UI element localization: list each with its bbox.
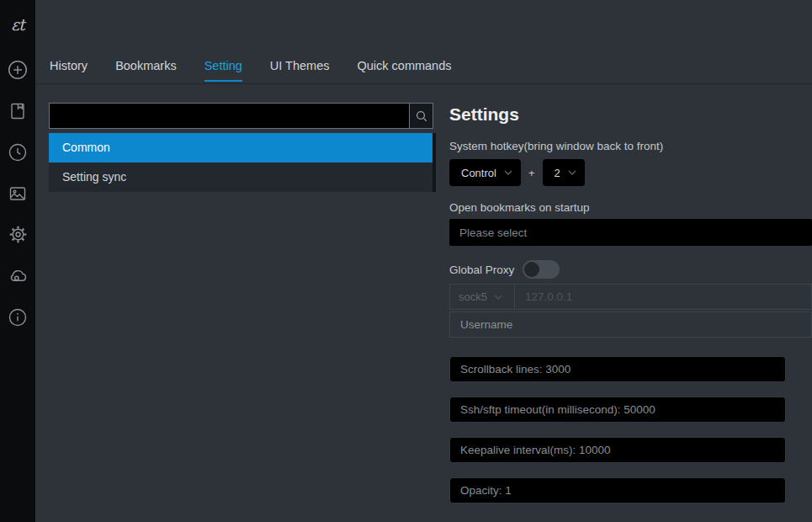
search-button[interactable]: [409, 104, 433, 128]
settings-search: [49, 103, 433, 129]
sidebar-item-transfer-images[interactable]: [0, 173, 35, 214]
chevron-down-icon: [568, 170, 576, 175]
bookmarks-startup-label: Open bookmarks on startup: [449, 201, 812, 214]
sidebar-item-info[interactable]: [0, 296, 35, 338]
icon-rail: εt: [0, 0, 35, 522]
hotkey-key-value: 2: [555, 167, 560, 179]
list-item-common[interactable]: Common: [49, 133, 436, 162]
hotkey-modifier-select[interactable]: Control: [449, 159, 521, 186]
bookmarks-startup-select[interactable]: [449, 219, 812, 246]
search-icon: [415, 109, 428, 123]
ssh-sftp-timeout-input[interactable]: [449, 397, 786, 423]
bookmark-icon: [8, 101, 28, 121]
add-icon: [7, 59, 29, 81]
history-icon: [8, 142, 28, 162]
settings-main: Common Setting sync Settings System hotk…: [35, 84, 812, 522]
tab-setting[interactable]: Setting: [204, 59, 242, 83]
app-logo: εt: [11, 0, 24, 49]
global-proxy-toggle[interactable]: [523, 260, 560, 279]
info-icon: [8, 307, 28, 328]
proxy-protocol-select: sock5: [450, 285, 515, 309]
proxy-username-input[interactable]: [449, 312, 812, 338]
global-proxy-label: Global Proxy: [449, 264, 514, 276]
proxy-inputs: sock5: [449, 284, 812, 338]
hotkey-row: Control + 2: [449, 159, 812, 186]
app-window: εt: [0, 0, 812, 522]
hotkey-plus: +: [528, 167, 535, 179]
sidebar-item-history[interactable]: [0, 131, 35, 173]
settings-form-panel: Settings System hotkey(bring window back…: [436, 84, 812, 522]
add-session-button[interactable]: [0, 49, 35, 90]
numeric-settings: [449, 356, 812, 503]
tab-bookmarks[interactable]: Bookmarks: [115, 59, 177, 83]
settings-nav-panel: Common Setting sync: [35, 84, 436, 522]
sidebar-item-bookmarks[interactable]: [0, 90, 35, 131]
gear-icon: [8, 224, 29, 245]
settings-section-list: Common Setting sync: [49, 133, 436, 192]
search-input[interactable]: [50, 104, 409, 128]
list-item-setting-sync[interactable]: Setting sync: [49, 162, 436, 192]
tab-quick-commands[interactable]: Quick commands: [357, 59, 451, 83]
proxy-host-input: [515, 285, 811, 309]
tab-ui-themes[interactable]: UI Themes: [270, 59, 330, 83]
page-title: Settings: [449, 104, 812, 125]
hotkey-label: System hotkey(bring window back to front…: [449, 140, 812, 152]
keepalive-interval-input[interactable]: [449, 437, 786, 463]
sidebar-item-settings[interactable]: [0, 214, 35, 255]
list-scrollbar[interactable]: [433, 133, 436, 192]
chevron-down-icon: [504, 170, 512, 175]
tab-history[interactable]: History: [50, 59, 88, 83]
content-area: History Bookmarks Setting UI Themes Quic…: [35, 0, 812, 522]
sidebar-item-sync[interactable]: [0, 255, 35, 296]
chevron-down-icon: [494, 295, 502, 300]
global-proxy-row: Global Proxy: [449, 260, 812, 279]
settings-tabbar: History Bookmarks Setting UI Themes Quic…: [35, 0, 812, 84]
image-icon: [8, 184, 28, 204]
opacity-input[interactable]: [449, 477, 786, 503]
cloud-sync-icon: [8, 265, 29, 286]
proxy-protocol-value: sock5: [459, 290, 487, 303]
toggle-knob: [524, 262, 539, 277]
hotkey-modifier-value: Control: [461, 167, 496, 179]
scrollback-lines-input[interactable]: [449, 356, 786, 382]
proxy-host-row: sock5: [449, 284, 812, 310]
hotkey-key-select[interactable]: 2: [543, 159, 585, 186]
